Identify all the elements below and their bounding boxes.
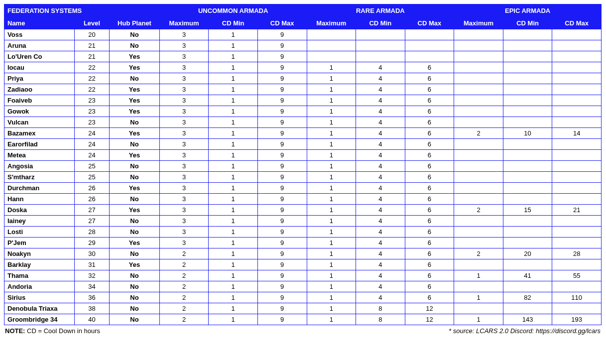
cell-e_min — [503, 303, 552, 314]
cell-name: Metea — [4, 150, 75, 161]
cell-name: Thama — [4, 270, 75, 281]
cell-level: 26 — [74, 194, 109, 205]
cell-e_min — [503, 73, 552, 84]
table-row: Bazamex24Yes31914621014 — [4, 128, 602, 139]
cell-r_max: 1 — [307, 73, 356, 84]
cell-r_maxcd: 6 — [405, 281, 454, 292]
cell-e_maxcd: 28 — [552, 248, 602, 259]
cell-e_maxcd — [552, 161, 602, 172]
cell-r_min: 4 — [356, 292, 405, 303]
cell-r_min: 4 — [356, 205, 405, 216]
cell-u_max: 3 — [159, 183, 209, 194]
cell-r_max: 1 — [307, 84, 356, 95]
cell-u_maxcd: 9 — [257, 172, 307, 183]
cell-u_min: 1 — [209, 238, 258, 248]
cell-r_max: 1 — [307, 106, 356, 117]
cell-u_maxcd: 9 — [257, 270, 307, 281]
cell-u_min: 1 — [209, 205, 258, 216]
table-row: Vulcan23No319146 — [4, 117, 602, 128]
cell-level: 31 — [74, 259, 109, 270]
cell-r_maxcd: 6 — [405, 128, 454, 139]
cell-r_max — [307, 29, 356, 40]
cell-u_max: 2 — [159, 292, 209, 303]
cell-r_max — [307, 51, 356, 62]
cell-u_maxcd: 9 — [257, 95, 307, 106]
col-u-max: Maximum — [159, 17, 209, 29]
cell-r_maxcd: 6 — [405, 238, 454, 248]
cell-e_maxcd — [552, 106, 602, 117]
cell-r_min: 4 — [356, 73, 405, 84]
cell-r_maxcd: 6 — [405, 183, 454, 194]
cell-level: 34 — [74, 281, 109, 292]
cell-r_maxcd: 6 — [405, 62, 454, 73]
cell-level: 21 — [74, 51, 109, 62]
cell-name: S'mtharz — [4, 172, 75, 183]
cell-e_max: 2 — [454, 205, 503, 216]
cell-e_max: 2 — [454, 128, 503, 139]
cell-u_max: 3 — [159, 194, 209, 205]
cell-r_maxcd — [405, 51, 454, 62]
table-body: Voss20No319Aruna21No319Lo'Uren Co21Yes31… — [4, 29, 602, 325]
federation-systems-table: FEDERATION SYSTEMS UNCOMMON ARMADA RARE … — [4, 4, 602, 325]
cell-e_min — [503, 139, 552, 150]
cell-u_max: 2 — [159, 259, 209, 270]
cell-u_maxcd: 9 — [257, 238, 307, 248]
cell-level: 40 — [74, 314, 109, 325]
cell-u_max: 3 — [159, 216, 209, 227]
cell-r_min: 4 — [356, 183, 405, 194]
table-row: S'mtharz25No319146 — [4, 172, 602, 183]
cell-r_min: 4 — [356, 216, 405, 227]
col-hub: Hub Planet — [110, 17, 160, 29]
cell-level: 36 — [74, 292, 109, 303]
cell-r_max: 1 — [307, 281, 356, 292]
cell-u_maxcd: 9 — [257, 128, 307, 139]
cell-r_maxcd: 6 — [405, 292, 454, 303]
cell-name: Earorfilad — [4, 139, 75, 150]
table-row: Hann26No319146 — [4, 194, 602, 205]
cell-name: Groombridge 34 — [4, 314, 75, 325]
cell-u_max: 3 — [159, 117, 209, 128]
cell-e_maxcd — [552, 62, 602, 73]
cell-hub: No — [110, 292, 160, 303]
cell-e_min — [503, 259, 552, 270]
cell-name: Doska — [4, 205, 75, 216]
col-e-cdmin: CD Min — [503, 17, 552, 29]
cell-e_min — [503, 281, 552, 292]
cell-e_max — [454, 238, 503, 248]
cell-u_min: 1 — [209, 73, 258, 84]
table-row: Iocau22Yes319146 — [4, 62, 602, 73]
cell-u_min: 1 — [209, 248, 258, 259]
cell-u_max: 3 — [159, 128, 209, 139]
cell-level: 38 — [74, 303, 109, 314]
cell-level: 23 — [74, 106, 109, 117]
cell-r_min: 4 — [356, 62, 405, 73]
cell-u_min: 1 — [209, 139, 258, 150]
cell-e_maxcd — [552, 172, 602, 183]
cell-r_max: 1 — [307, 292, 356, 303]
cell-hub: No — [110, 216, 160, 227]
col-e-cdmax: CD Max — [552, 17, 602, 29]
cell-r_max: 1 — [307, 62, 356, 73]
footer: NOTE: CD = Cool Down in hours * source: … — [4, 325, 602, 335]
cell-r_max: 1 — [307, 194, 356, 205]
cell-name: Lo'Uren Co — [4, 51, 75, 62]
cell-hub: Yes — [110, 205, 160, 216]
cell-level: 23 — [74, 117, 109, 128]
cell-e_max — [454, 259, 503, 270]
table-row: Losti28No319146 — [4, 227, 602, 238]
cell-e_max — [454, 150, 503, 161]
cell-name: Hann — [4, 194, 75, 205]
cell-u_min: 1 — [209, 314, 258, 325]
cell-r_min: 8 — [356, 314, 405, 325]
cell-e_maxcd — [552, 303, 602, 314]
cell-u_maxcd: 9 — [257, 194, 307, 205]
cell-r_maxcd — [405, 40, 454, 51]
cell-u_maxcd: 9 — [257, 29, 307, 40]
table-row: Gowok23Yes319146 — [4, 106, 602, 117]
cell-e_maxcd: 193 — [552, 314, 602, 325]
cell-hub: No — [110, 314, 160, 325]
note-text: CD = Cool Down in hours — [25, 327, 100, 335]
header-uncommon: UNCOMMON ARMADA — [159, 4, 307, 17]
cell-u_maxcd: 9 — [257, 314, 307, 325]
table-row: Doska27Yes31914621521 — [4, 205, 602, 216]
